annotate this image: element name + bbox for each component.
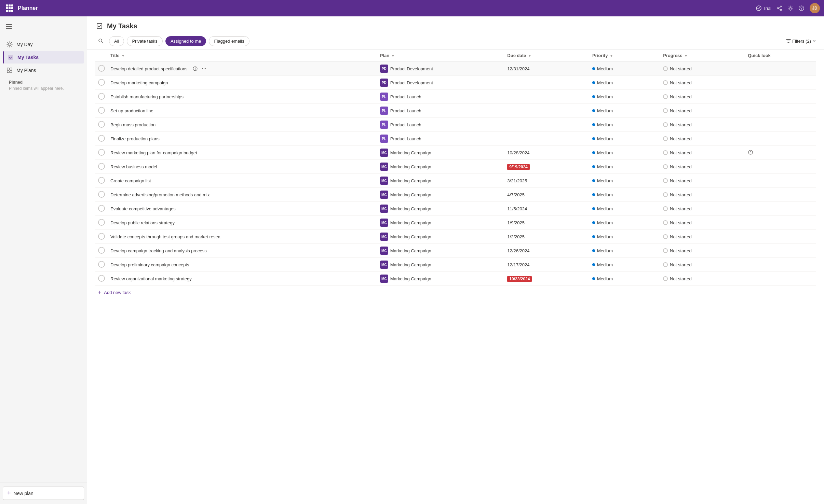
- task-plan-cell: PDProduct Development: [377, 62, 505, 76]
- col-header-title[interactable]: Title ▼: [108, 50, 377, 62]
- add-task-row[interactable]: + Add new task: [95, 286, 816, 299]
- content-area: My Tasks All Private tasks Assigned to m…: [87, 16, 824, 504]
- task-checkbox-cell: [95, 258, 108, 272]
- progress-label: Not started: [670, 178, 692, 183]
- svg-point-2: [780, 9, 782, 11]
- task-title-cell: Review organizational marketing strategy: [108, 272, 377, 286]
- svg-point-6: [801, 9, 802, 10]
- settings-icon: [788, 5, 793, 11]
- task-due-cell: 1/2/2025: [504, 230, 590, 244]
- task-name[interactable]: Develop public relations strategy: [110, 220, 175, 225]
- task-priority-cell: Medium: [590, 104, 660, 118]
- task-name[interactable]: Establish manufacturing partnerships: [110, 94, 184, 99]
- help-button[interactable]: [799, 5, 804, 11]
- sidebar-collapse-button[interactable]: [3, 20, 15, 33]
- task-checkbox[interactable]: [98, 121, 105, 128]
- task-checkbox[interactable]: [98, 261, 105, 268]
- task-due-cell: [504, 76, 590, 90]
- task-name[interactable]: Review marketing plan for campaign budge…: [110, 150, 197, 155]
- tab-flagged[interactable]: Flagged emails: [209, 36, 249, 46]
- tab-private[interactable]: Private tasks: [127, 36, 162, 46]
- task-name[interactable]: Validate concepts through test groups an…: [110, 234, 220, 239]
- waffle-icon: [6, 4, 13, 12]
- task-checkbox[interactable]: [98, 79, 105, 86]
- task-progress-cell: Not started: [660, 216, 745, 230]
- progress-circle: [663, 220, 668, 225]
- task-checkbox[interactable]: [98, 135, 105, 142]
- tab-all[interactable]: All: [109, 36, 124, 46]
- task-checkbox[interactable]: [98, 275, 105, 282]
- task-checkbox[interactable]: [98, 107, 105, 114]
- col-header-priority[interactable]: Priority ▼: [590, 50, 660, 62]
- task-plan-cell: PLProduct Launch: [377, 118, 505, 132]
- due-date: 1/2/2025: [507, 234, 525, 239]
- task-priority-cell: Medium: [590, 160, 660, 174]
- col-header-plan[interactable]: Plan ▼: [377, 50, 505, 62]
- avatar[interactable]: JD: [810, 3, 820, 13]
- task-info-button[interactable]: [191, 65, 199, 72]
- task-name[interactable]: Develop campaign tracking and analysis p…: [110, 248, 207, 253]
- task-title-cell: Evaluate competitive advantages: [108, 202, 377, 216]
- row-actions: ⋯: [191, 65, 208, 72]
- quick-look-button[interactable]: [748, 151, 753, 156]
- svg-point-20: [751, 153, 751, 153]
- task-checkbox[interactable]: [98, 65, 105, 72]
- sidebar-item-myplans[interactable]: My Plans: [3, 64, 84, 76]
- task-name[interactable]: Evaluate competitive advantages: [110, 206, 176, 211]
- progress-label: Not started: [670, 66, 692, 71]
- task-checkbox[interactable]: [98, 93, 105, 100]
- plan-icon: MC: [380, 191, 388, 199]
- settings-button[interactable]: [788, 5, 793, 11]
- task-name[interactable]: Review business model: [110, 164, 157, 169]
- pinned-section: Pinned Pinned items will appear here.: [3, 77, 84, 94]
- task-checkbox[interactable]: [98, 247, 105, 254]
- task-name[interactable]: Finalize production plans: [110, 136, 160, 141]
- priority-dot: [592, 263, 595, 266]
- app-title: Planner: [18, 5, 753, 11]
- share-button[interactable]: [777, 5, 782, 11]
- task-checkbox-cell: [95, 62, 108, 76]
- task-checkbox-cell: [95, 244, 108, 258]
- sidebar-item-myday[interactable]: My Day: [3, 38, 84, 51]
- task-checkbox[interactable]: [98, 163, 105, 170]
- priority-dot: [592, 221, 595, 224]
- progress-circle: [663, 108, 668, 113]
- task-name[interactable]: Determine advertising/promotion methods …: [110, 192, 210, 197]
- task-name[interactable]: Create campaign list: [110, 178, 151, 183]
- filters-button[interactable]: Filters (2): [786, 39, 816, 44]
- priority-label: Medium: [597, 108, 613, 113]
- task-name[interactable]: Develop marketing campaign: [110, 80, 168, 85]
- priority-dot: [592, 67, 595, 70]
- task-title-cell: Develop marketing campaign: [108, 76, 377, 90]
- svg-point-19: [748, 150, 753, 154]
- waffle-menu[interactable]: [4, 3, 15, 14]
- task-more-button[interactable]: ⋯: [200, 65, 208, 72]
- trial-button[interactable]: Trial: [756, 5, 771, 11]
- task-name[interactable]: Review organizational marketing strategy: [110, 276, 192, 281]
- svg-point-18: [195, 67, 195, 68]
- task-checkbox[interactable]: [98, 219, 105, 226]
- task-name[interactable]: Begin mass production: [110, 122, 156, 127]
- task-name[interactable]: Develop detailed product specifications: [110, 66, 187, 71]
- table-row: Begin mass productionPLProduct LaunchMed…: [95, 118, 816, 132]
- plan-icon: PD: [380, 65, 388, 73]
- task-checkbox[interactable]: [98, 205, 105, 212]
- task-checkbox[interactable]: [98, 233, 105, 240]
- task-name[interactable]: Develop preliminary campaign concepts: [110, 262, 189, 267]
- task-checkbox[interactable]: [98, 177, 105, 184]
- svg-point-1: [780, 6, 782, 7]
- task-due-cell: 11/5/2024: [504, 202, 590, 216]
- search-button[interactable]: [95, 36, 106, 46]
- task-name[interactable]: Set up production line: [110, 108, 153, 113]
- col-header-due[interactable]: Due date ▼: [504, 50, 590, 62]
- progress-circle: [663, 94, 668, 99]
- new-plan-button[interactable]: + New plan: [3, 487, 84, 500]
- task-checkbox[interactable]: [98, 191, 105, 198]
- plan-name: Marketing Campaign: [390, 164, 431, 169]
- task-due-cell: 12/17/2024: [504, 258, 590, 272]
- col-header-progress[interactable]: Progress ▼: [660, 50, 745, 62]
- sidebar-item-mytasks[interactable]: My Tasks: [3, 51, 84, 64]
- tab-assigned[interactable]: Assigned to me: [165, 36, 206, 46]
- task-quicklook-cell: [745, 160, 816, 174]
- task-checkbox[interactable]: [98, 149, 105, 156]
